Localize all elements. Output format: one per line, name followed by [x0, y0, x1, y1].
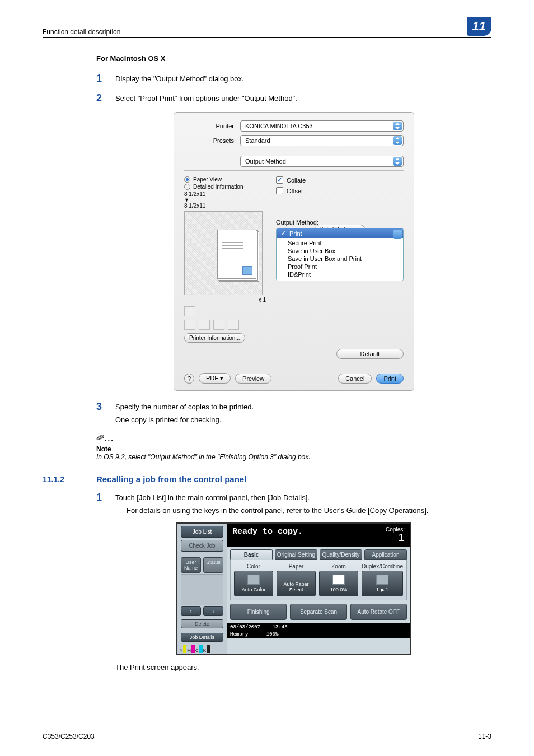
step-number: 1	[96, 492, 115, 503]
mini-icon	[184, 306, 195, 316]
delete-button[interactable]: Delete	[181, 619, 223, 628]
down-button[interactable]: ↓	[203, 606, 223, 616]
zoom-header: Zoom	[319, 563, 358, 570]
dropdown-option[interactable]: Save in User Box and Print	[277, 255, 403, 263]
auto-rotate-button[interactable]: Auto Rotate OFF	[350, 604, 407, 620]
mini-icon	[213, 320, 224, 330]
header-section: Function detail description	[43, 28, 120, 36]
output-method-dropdown[interactable]: Print Secure Print Save in User Box Save…	[276, 228, 404, 281]
dropdown-option[interactable]: Proof Print	[277, 263, 403, 270]
paper-view-radio[interactable]	[184, 176, 190, 183]
zoom-button[interactable]: 100.0%	[319, 571, 358, 596]
mini-toolbar	[184, 320, 268, 330]
step-text: Specify the number of copies to be print…	[115, 403, 254, 411]
detailed-info-radio[interactable]	[184, 184, 190, 190]
application-tab[interactable]: Application	[364, 549, 407, 560]
cancel-button[interactable]: Cancel	[338, 374, 372, 384]
dash: –	[115, 506, 127, 515]
control-panel-screenshot: Job List Check Job User Name Status ↑ ↓	[176, 522, 411, 655]
copies-value: 1	[398, 531, 405, 544]
offset-label: Offset	[287, 188, 303, 194]
preview-button[interactable]: Preview	[235, 374, 271, 384]
pdf-button[interactable]: PDF ▾	[199, 373, 231, 384]
collate-label: Collate	[287, 177, 306, 184]
status-memory-label: Memory	[230, 632, 248, 637]
status-tab[interactable]: Status	[203, 557, 223, 573]
offset-checkbox[interactable]	[276, 187, 283, 194]
duplex-header: Duplex/Combine	[362, 563, 403, 570]
presets-label: Presets:	[184, 137, 240, 144]
check-job-button[interactable]: Check Job	[181, 540, 223, 552]
dropdown-selected: Print	[289, 230, 302, 237]
detailed-info-label: Detailed Information	[193, 184, 243, 190]
paper-size-text: 8 1/2x11	[184, 203, 268, 209]
printer-value: KONICA MINOLTA C353	[245, 123, 313, 129]
step-number: 3	[96, 401, 115, 413]
finishing-button[interactable]: Finishing	[230, 604, 287, 620]
up-button[interactable]: ↑	[181, 606, 201, 616]
collate-checkbox[interactable]	[276, 176, 283, 184]
combo-arrows-icon	[393, 136, 402, 145]
job-list-area	[181, 574, 223, 605]
panel-title: Ready to copy.	[232, 527, 303, 536]
paper-view-label: Paper View	[193, 176, 222, 183]
paper-size-text: 8 1/2x11	[184, 191, 268, 197]
copies-indicator: x 1	[184, 295, 268, 303]
quality-density-tab[interactable]: Quality/Density	[320, 549, 362, 560]
separate-scan-button[interactable]: Separate Scan	[290, 604, 346, 620]
job-list-button[interactable]: Job List	[181, 526, 223, 538]
dropdown-option[interactable]: Save in User Box	[277, 247, 403, 255]
status-date: 08/03/2007	[230, 624, 260, 630]
mac-print-dialog: Printer: KONICA MINOLTA C353 Presets: St…	[174, 112, 414, 391]
note-dots: ...	[105, 435, 114, 443]
dropdown-option[interactable]: ID&Print	[277, 270, 403, 278]
print-button[interactable]: Print	[376, 374, 404, 384]
basic-tab[interactable]: Basic	[230, 549, 273, 560]
duplex-button[interactable]: 1 ▶ 1	[362, 571, 403, 596]
printer-information-button[interactable]: Printer Information...	[184, 333, 245, 343]
paper-preview	[184, 211, 263, 295]
printer-label: Printer:	[184, 123, 240, 129]
section-combo[interactable]: Output Method	[240, 156, 404, 167]
step-number: 1	[96, 73, 115, 85]
original-setting-tab[interactable]: Original Setting	[275, 549, 317, 560]
combo-arrows-icon	[393, 230, 402, 239]
footer-page: 11-3	[478, 732, 491, 740]
footer-model: C353/C253/C203	[43, 732, 95, 740]
presets-combo[interactable]: Standard	[240, 135, 404, 146]
mini-icon	[184, 320, 195, 330]
paper-button[interactable]: Auto Paper Select	[277, 571, 316, 596]
toner-levels: Y M C K	[177, 644, 212, 654]
presets-value: Standard	[245, 137, 270, 144]
note-icon: ✎	[95, 431, 107, 445]
chapter-number-badge: 11	[467, 17, 491, 36]
color-header: Color	[234, 563, 273, 570]
subsection-title: For Macintosh OS X	[96, 54, 491, 63]
combo-arrows-icon	[393, 122, 402, 130]
step-text: One copy is printed for checking.	[115, 416, 254, 424]
mini-toolbar	[184, 306, 268, 316]
step-subtext: For details on using the keys in the con…	[127, 506, 428, 515]
username-tab[interactable]: User Name	[181, 557, 201, 573]
step-text: Select "Proof Print" from options under …	[115, 92, 297, 102]
status-time: 13:45	[273, 624, 288, 630]
mini-icon	[199, 320, 210, 330]
heading-number: 11.1.2	[43, 475, 96, 484]
combo-arrows-icon	[393, 157, 402, 166]
dropdown-option[interactable]: Secure Print	[277, 239, 403, 247]
section-value: Output Method	[245, 158, 286, 165]
step-text: Display the "Output Method" dialog box.	[115, 73, 244, 83]
default-button[interactable]: Default	[336, 349, 404, 359]
job-details-button[interactable]: Job Details	[181, 633, 223, 642]
color-button[interactable]: Auto Color	[234, 571, 273, 596]
help-button[interactable]: ?	[184, 374, 194, 384]
step-text: Touch [Job List] in the main control pan…	[115, 493, 428, 502]
step-number: 2	[96, 92, 115, 104]
note-label: Note	[96, 445, 491, 453]
paper-header: Paper	[277, 563, 316, 570]
printer-combo[interactable]: KONICA MINOLTA C353	[240, 120, 404, 132]
note-text: In OS 9.2, select "Output Method" in the…	[96, 453, 491, 461]
status-memory-value: 100%	[266, 632, 279, 637]
heading-text: Recalling a job from the control panel	[96, 474, 246, 484]
body-text: The Print screen appears.	[115, 663, 491, 671]
